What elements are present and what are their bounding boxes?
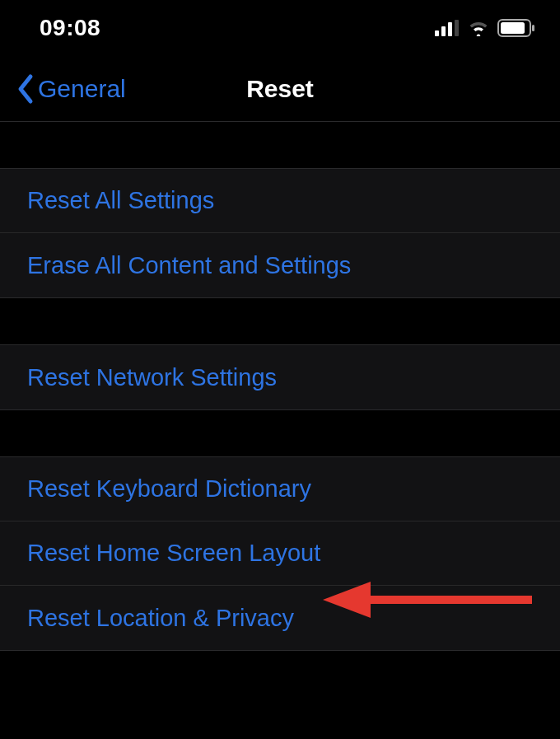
status-time: 09:08 (40, 15, 100, 41)
battery-icon (497, 19, 535, 37)
list-item-label: Erase All Content and Settings (27, 252, 351, 279)
status-icons (435, 19, 535, 37)
section-gap (0, 410, 560, 456)
navigation-bar: General Reset (0, 56, 560, 122)
svg-rect-0 (435, 30, 439, 36)
svg-rect-5 (501, 22, 525, 34)
cellular-signal-icon (435, 20, 460, 36)
list-item-label: Reset All Settings (27, 187, 214, 214)
reset-location-privacy-item[interactable]: Reset Location & Privacy (0, 586, 560, 650)
back-button[interactable]: General (15, 73, 126, 105)
svg-rect-2 (448, 22, 452, 36)
status-bar: 09:08 (0, 0, 560, 56)
back-label: General (38, 75, 126, 103)
reset-section-1: Reset All Settings Erase All Content and… (0, 168, 560, 298)
list-item-label: Reset Keyboard Dictionary (27, 475, 311, 503)
list-item-label: Reset Home Screen Layout (27, 540, 320, 567)
list-item-label: Reset Network Settings (27, 364, 277, 391)
section-gap (0, 298, 560, 344)
reset-home-screen-item[interactable]: Reset Home Screen Layout (0, 522, 560, 586)
reset-section-2: Reset Network Settings (0, 344, 560, 410)
wifi-icon (467, 20, 490, 36)
svg-rect-6 (532, 25, 534, 31)
reset-all-settings-item[interactable]: Reset All Settings (0, 169, 560, 233)
chevron-left-icon (15, 73, 36, 105)
reset-keyboard-dictionary-item[interactable]: Reset Keyboard Dictionary (0, 457, 560, 522)
list-item-label: Reset Location & Privacy (27, 605, 294, 632)
svg-rect-1 (441, 26, 446, 36)
reset-section-3: Reset Keyboard Dictionary Reset Home Scr… (0, 456, 560, 651)
svg-rect-3 (455, 20, 459, 36)
section-gap (0, 122, 560, 168)
erase-all-content-item[interactable]: Erase All Content and Settings (0, 233, 560, 297)
reset-network-settings-item[interactable]: Reset Network Settings (0, 345, 560, 409)
